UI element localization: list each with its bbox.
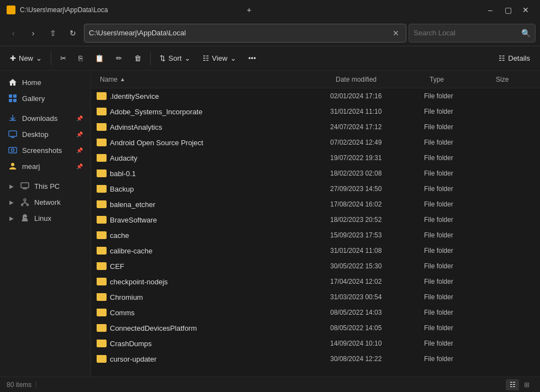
expand-icon: ▶	[8, 214, 15, 222]
table-row[interactable]: checkpoint-nodejs 17/04/2024 12:02 File …	[92, 274, 539, 289]
folder-icon	[97, 169, 107, 177]
file-date-cell: 18/02/2023 02:08	[330, 169, 424, 177]
new-tab-button[interactable]: +	[241, 2, 257, 18]
file-list: .IdentityService 02/01/2024 17:16 File f…	[91, 88, 540, 377]
back-button[interactable]: ‹	[4, 24, 22, 42]
sidebar-item-mearj[interactable]: mearj 📌	[2, 158, 88, 174]
title-bar-text: C:\Users\mearj\AppData\Loca	[20, 6, 237, 14]
details-label: Details	[508, 54, 530, 62]
table-row[interactable]: BraveSoftware 18/02/2023 20:52 File fold…	[92, 212, 539, 227]
file-area: Name ▲ Date modified Type Size .Identity…	[91, 71, 540, 377]
pin-icon: 📌	[76, 163, 83, 169]
table-row[interactable]: Comms 08/05/2022 14:03 File folder	[92, 305, 539, 320]
sort-icon: ⇅	[160, 54, 166, 62]
minimize-button[interactable]: –	[483, 2, 498, 18]
details-view-button[interactable]: ☷	[506, 379, 519, 390]
pc-icon	[20, 181, 30, 191]
search-wrapper: 🔍	[409, 24, 536, 43]
grid-view-button[interactable]: ⊞	[520, 379, 533, 390]
sidebar-item-desktop[interactable]: Desktop 📌	[2, 126, 88, 142]
table-row[interactable]: Android Open Source Project 07/02/2024 1…	[92, 135, 539, 150]
table-row[interactable]: balena_etcher 17/08/2024 16:02 File fold…	[92, 197, 539, 212]
folder-icon	[97, 139, 107, 146]
folder-icon	[97, 293, 107, 301]
rename-button[interactable]: ✏	[110, 49, 128, 68]
sidebar-item-screenshots[interactable]: Screenshots 📌	[2, 142, 88, 158]
more-button[interactable]: •••	[243, 49, 262, 68]
svg-rect-3	[13, 99, 17, 102]
file-name-cell: Android Open Source Project	[97, 139, 330, 147]
more-label: •••	[248, 54, 256, 62]
col-date-header[interactable]: Date modified	[331, 76, 425, 83]
sidebar-item-label: Home	[22, 78, 41, 87]
folder-icon	[97, 154, 107, 162]
table-row[interactable]: Backup 27/09/2023 14:50 File folder	[92, 181, 539, 197]
col-type-header[interactable]: Type	[425, 76, 491, 83]
address-clear-button[interactable]: ✕	[390, 29, 401, 38]
copy-button[interactable]: ⎘	[73, 49, 88, 68]
view-button[interactable]: ☷ View ⌄	[197, 49, 242, 68]
maximize-button[interactable]: ▢	[500, 2, 516, 18]
search-icon: 🔍	[521, 29, 531, 38]
sort-button[interactable]: ⇅ Sort ⌄	[154, 49, 196, 68]
sidebar-item-label: Screenshots	[22, 146, 62, 155]
sidebar-item-downloads[interactable]: Downloads 📌	[2, 110, 88, 126]
table-row[interactable]: cache 15/09/2023 17:53 File folder	[92, 227, 539, 243]
file-type-cell: File folder	[424, 139, 490, 146]
address-input[interactable]	[89, 29, 387, 37]
table-row[interactable]: .IdentityService 02/01/2024 17:16 File f…	[92, 88, 539, 104]
refresh-button[interactable]: ↻	[64, 24, 82, 42]
cut-button[interactable]: ✂	[55, 49, 72, 68]
details-button[interactable]: ☷ Details	[493, 49, 536, 68]
folder-icon	[97, 231, 107, 239]
expand-icon: ▶	[8, 182, 15, 190]
sidebar-item-label: This PC	[34, 182, 60, 190]
up-button[interactable]: ⇧	[44, 24, 62, 42]
svg-rect-2	[9, 99, 12, 102]
file-name-cell: Comms	[97, 309, 330, 317]
table-row[interactable]: CrashDumps 14/09/2024 10:10 File folder	[92, 336, 539, 351]
desktop-icon	[8, 129, 18, 139]
forward-button[interactable]: ›	[24, 24, 42, 42]
col-name-header[interactable]: Name ▲	[96, 76, 331, 83]
table-row[interactable]: CEF 30/05/2022 15:30 File folder	[92, 258, 539, 274]
search-input[interactable]	[414, 29, 518, 37]
col-size-header[interactable]: Size	[491, 76, 536, 83]
view-buttons: ☷ ⊞	[506, 379, 533, 390]
file-name-cell: babl-0.1	[97, 169, 330, 178]
file-type-cell: File folder	[424, 108, 490, 115]
table-row[interactable]: cursor-updater 30/08/2024 12:22 File fol…	[92, 351, 539, 367]
svg-point-14	[27, 204, 29, 206]
close-button[interactable]: ✕	[518, 2, 533, 18]
app-icon	[7, 6, 15, 14]
table-row[interactable]: ConnectedDevicesPlatform 08/05/2022 14:0…	[92, 320, 539, 336]
sidebar-item-thispc[interactable]: ▶ This PC	[2, 178, 88, 194]
file-date-cell: 18/02/2023 20:52	[330, 216, 424, 224]
file-date-cell: 08/05/2022 14:03	[330, 309, 424, 316]
table-row[interactable]: Chromium 31/03/2023 00:54 File folder	[92, 289, 539, 305]
file-date-cell: 15/09/2023 17:53	[330, 231, 424, 239]
file-type-cell: File folder	[424, 355, 490, 363]
pin-icon: 📌	[76, 115, 83, 121]
table-row[interactable]: Adobe_Systems_Incorporate 31/01/2024 11:…	[92, 104, 539, 119]
sidebar-item-network[interactable]: ▶ Network	[2, 194, 88, 210]
paste-button[interactable]: 📋	[89, 49, 109, 68]
sidebar-item-linux[interactable]: ▶ Linux	[2, 210, 88, 226]
main-area: Home Gallery Downloads 📌 Desktop 📌	[0, 71, 540, 377]
delete-button[interactable]: 🗑	[129, 49, 147, 68]
status-divider	[36, 381, 36, 389]
table-row[interactable]: AdvinstAnalytics 24/07/2024 17:12 File f…	[92, 119, 539, 135]
new-button[interactable]: ✚ New ⌄	[4, 49, 47, 68]
file-name-cell: cache	[97, 231, 330, 240]
folder-icon	[97, 324, 107, 332]
file-type-cell: File folder	[424, 324, 490, 332]
item-count: 80 items	[7, 381, 31, 389]
svg-rect-7	[9, 147, 17, 153]
file-date-cell: 30/08/2024 12:22	[330, 355, 424, 363]
table-row[interactable]: babl-0.1 18/02/2023 02:08 File folder	[92, 166, 539, 181]
sidebar-item-home[interactable]: Home	[2, 75, 88, 90]
table-row[interactable]: Audacity 19/07/2022 19:31 File folder	[92, 150, 539, 166]
table-row[interactable]: calibre-cache 31/01/2024 11:08 File fold…	[92, 243, 539, 258]
file-type-cell: File folder	[424, 216, 490, 224]
sidebar-item-gallery[interactable]: Gallery	[2, 91, 88, 106]
